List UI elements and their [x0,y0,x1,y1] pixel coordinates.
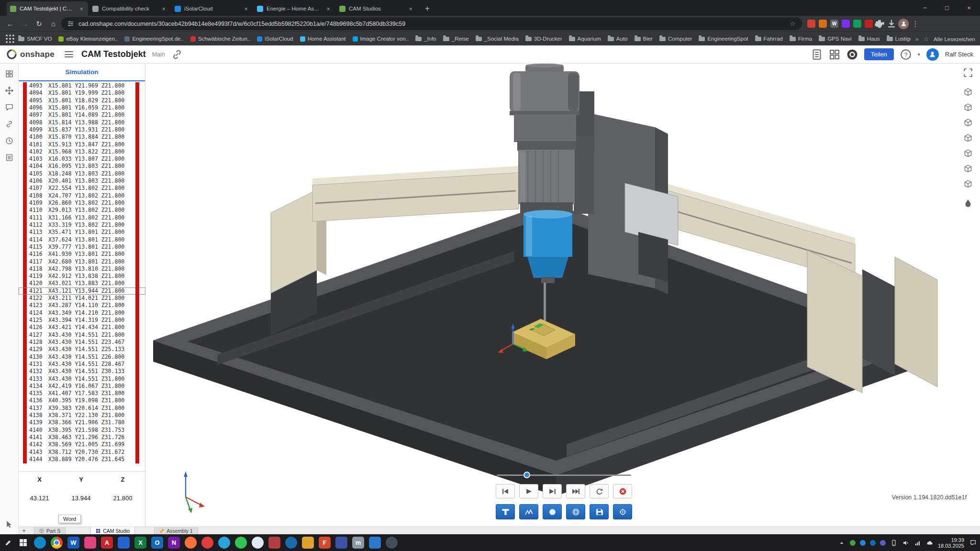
bookmark-item[interactable]: Computer [657,34,695,43]
link-button[interactable] [4,119,14,129]
onshape-logo[interactable]: onshape [7,49,55,59]
gcode-line[interactable]: 4135X41.407 Y17.583 Z31.800 [19,390,145,397]
document-tab-assembly[interactable]: Assembly 1 [154,527,198,534]
learning-center-icon[interactable] [846,49,858,60]
gcode-line[interactable]: 4105X18.248 Y13.803 Z21.800 [19,170,145,177]
gcode-line[interactable]: 4142X38.569 Y21.005 Z31.699 [19,441,145,448]
taskbar-kicad[interactable]: F [319,537,331,549]
skip-to-end-button[interactable] [566,484,585,498]
gcode-line[interactable]: 4106X20.401 Y13.803 Z21.800 [19,177,145,185]
gcode-line[interactable]: 4128X43.430 Y14.551 Z23.467 [19,339,145,346]
bookmark-item[interactable]: _Info [412,34,439,43]
app-store-icon[interactable] [829,49,840,60]
taskbar-gimp[interactable]: m [352,537,364,549]
gcode-line[interactable]: 4103X16.033 Y13.807 Z21.800 [19,155,145,163]
toolpath-button[interactable] [519,504,538,519]
replay-button[interactable] [590,484,609,498]
gcode-line[interactable]: 4111X31.166 Y13.802 Z21.800 [19,214,145,221]
tab-close-icon[interactable]: × [160,5,167,12]
grammar-extension-icon[interactable] [842,20,850,28]
gcode-line[interactable]: 4101X15.913 Y13.847 Z21.800 [19,141,145,148]
browser-tab[interactable]: CAM Studios× [336,1,417,16]
history-button[interactable] [4,135,14,146]
bookmark-item[interactable]: Fahrrad [752,34,786,43]
taskbar-freecad[interactable] [302,537,314,549]
bookmark-item[interactable]: Auto [605,34,631,43]
gcode-line[interactable]: 4102X15.968 Y13.822 Z21.800 [19,148,145,155]
gcode-line[interactable]: 4098X15.814 Y13.988 Z21.800 [19,119,145,126]
viewcube-button[interactable] [960,147,976,160]
gcode-line[interactable]: 4140X38.395 Y21.598 Z31.753 [19,427,145,434]
bookmark-item[interactable]: iSolarCloud [254,34,296,43]
taskbar-eagle[interactable] [335,537,347,549]
taskbar-word[interactable]: W [67,537,79,549]
gcode-line[interactable]: 4095X15.801 Y18.029 Z21.800 [19,97,145,104]
close-button[interactable]: × [958,0,980,16]
viewcube-button[interactable] [960,132,976,144]
new-tab-button[interactable]: + [421,2,434,15]
document-tab-part-studio[interactable]: Part S [34,527,66,534]
gcode-line[interactable]: 4099X15.837 Y13.931 Z21.800 [19,126,145,133]
gcode-line[interactable]: 4133X43.430 Y14.551 Z31.800 [19,375,145,383]
bookmark-item[interactable]: _Social Media [473,34,522,43]
stock-button[interactable] [543,504,562,519]
slider-handle[interactable] [523,472,530,478]
gcode-scrollbar[interactable] [135,82,139,463]
gcode-line[interactable]: 4130X43.430 Y14.551 Z26.800 [19,353,145,361]
slider-track[interactable] [497,474,631,476]
gcode-line[interactable]: 4144X38.889 Y20.476 Z31.645 [19,456,145,463]
pen-icon[interactable] [3,538,13,548]
bookmark-item[interactable]: Haus [856,34,883,43]
fullscreen-button[interactable] [960,66,976,79]
gcode-line[interactable]: 4143X38.712 Y20.730 Z31.672 [19,449,145,456]
gcode-line[interactable]: 4112X33.319 Y13.802 Z21.800 [19,221,145,229]
extensions-puzzle-icon[interactable] [874,19,885,29]
bookmark-item[interactable]: EngineeringSpot [696,34,751,43]
bookmarks-overflow-icon[interactable]: » [915,35,919,43]
taskbar-vivaldi[interactable] [268,537,280,549]
gcode-line[interactable]: 4113X35.471 Y13.801 Z21.800 [19,229,145,236]
profile-avatar[interactable] [898,19,909,29]
document-tab-cam[interactable]: CAM Studio [90,527,135,534]
taskbar-photos[interactable] [84,537,96,549]
viewcube-button[interactable] [960,101,976,114]
taskbar-acrobat[interactable]: A [101,537,113,549]
cnc-machine-model[interactable] [145,64,980,534]
stock-mesh-button[interactable] [566,504,585,519]
gcode-line[interactable]: 4097X15.801 Y14.089 Z21.800 [19,111,145,119]
sync-app-icon[interactable] [860,540,866,546]
gcode-line[interactable]: 4117X42.680 Y13.801 Z21.800 [19,258,145,265]
taskbar-settings[interactable] [386,537,398,549]
taskbar-excel[interactable]: X [134,537,146,549]
apps-grid-icon[interactable] [5,33,15,44]
taskbar-thunderbird[interactable] [285,537,297,549]
save-button[interactable] [590,504,609,519]
gcode-line[interactable]: 4132X43.430 Y14.551 Z30.133 [19,368,145,375]
teams-icon[interactable] [880,540,886,546]
gcode-line[interactable]: 4094X15.801 Y19.999 Z21.800 [19,89,145,97]
gcode-line[interactable]: 4100X15.870 Y13.884 Z21.800 [19,133,145,141]
browser-menu-icon[interactable]: ⋮ [910,19,921,29]
cloud-icon[interactable] [926,539,934,547]
appearance-button[interactable] [960,197,976,209]
taskbar-onenote[interactable]: N [168,537,180,549]
bookmark-item[interactable]: eBay Kleinanzeigen.. [56,34,121,43]
gcode-line[interactable]: 4138X38.371 Y22.130 Z31.800 [19,412,145,419]
bookmark-item[interactable]: Bier [632,34,656,43]
back-button[interactable]: ← [4,17,17,30]
probe-button[interactable] [613,504,632,519]
notes-button[interactable] [4,152,14,163]
tab-simulation[interactable]: Simulation [19,64,145,81]
mail-extension-icon[interactable] [865,20,873,28]
wikipedia-extension-icon[interactable]: W [830,20,838,28]
home-button[interactable]: ⌂ [47,17,60,30]
workspace-label[interactable]: Main [152,51,165,58]
gcode-line[interactable]: 4131X43.430 Y14.551 Z28.467 [19,361,145,368]
bookmark-item[interactable]: Aquarium [566,34,604,43]
document-info-icon[interactable] [811,49,823,60]
bookmark-item[interactable]: SMCF VO [15,34,55,43]
gcode-line[interactable]: 4119X42.912 Y13.838 Z21.800 [19,273,145,280]
gcode-line[interactable]: 4120X43.021 Y13.883 Z21.800 [19,280,145,287]
gcode-line[interactable]: 4109X26.860 Y13.802 Z21.800 [19,199,145,207]
site-info-icon[interactable] [67,20,74,27]
